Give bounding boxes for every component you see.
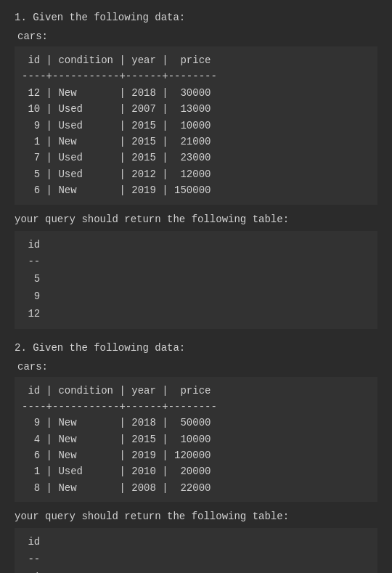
page-content: 1. Given the following data: cars: id | …: [15, 12, 377, 573]
section-1: 1. Given the following data: cars: id | …: [15, 12, 377, 329]
section-2-title: 2. Given the following data:: [15, 342, 377, 354]
section-1-table-label: cars:: [15, 31, 377, 42]
section-1-title: 1. Given the following data:: [15, 12, 377, 23]
section-2-result: id -- 1 9: [15, 528, 377, 573]
section-2-query-label: your query should return the following t…: [15, 511, 377, 522]
section-2-table: id | condition | year | price ----+-----…: [15, 377, 377, 503]
section-1-result: id -- 5 9 12: [15, 231, 377, 329]
section-1-query-label: your query should return the following t…: [15, 214, 377, 225]
section-2-table-label: cars:: [15, 361, 377, 373]
section-2: 2. Given the following data: cars: id | …: [15, 342, 377, 574]
section-1-table: id | condition | year | price ----+-----…: [15, 46, 377, 205]
